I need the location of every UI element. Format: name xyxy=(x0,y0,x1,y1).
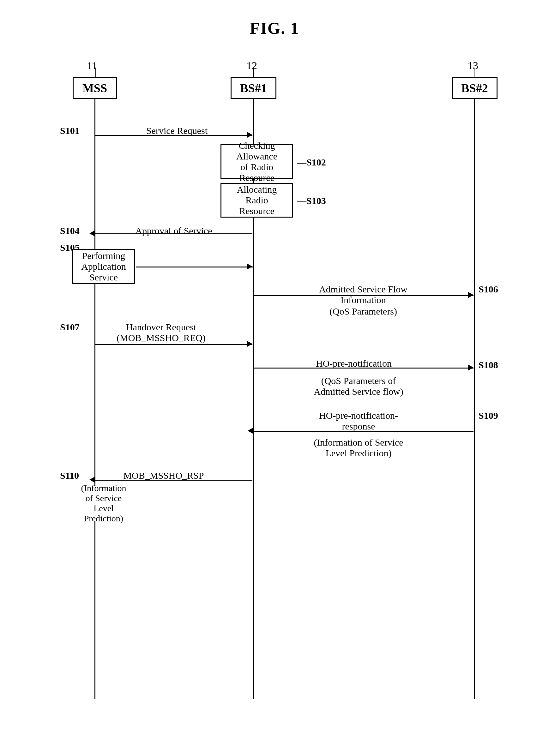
step-s109: S109 xyxy=(479,410,498,421)
msg-mob-mssho-rsp: MOB_MSSHO_RSP xyxy=(104,470,224,481)
entity-ref-12: 12 xyxy=(246,60,257,72)
msg-approval: Approval of Service xyxy=(114,225,234,236)
entity-bs2: BS#2 xyxy=(452,77,498,99)
step-s110: S110 xyxy=(60,470,79,481)
tick-12 xyxy=(253,68,254,77)
msg-service-request: Service Request xyxy=(117,125,237,136)
arrow-head-ho-pre-notif-rsp xyxy=(248,428,253,434)
arrow-head-handover-req xyxy=(247,341,252,347)
process-allocating-radio: Allocating Radio Resource xyxy=(220,183,293,218)
process-checking-allowance: Checking Allowance of Radio Resource xyxy=(220,144,293,179)
step-s107: S107 xyxy=(60,322,80,333)
msg-qos-params: (QoS Parameters) xyxy=(297,306,430,317)
arrow-head-ho-pre-notif xyxy=(468,364,474,371)
sequence-diagram: 11 12 13 MSS BS#1 BS#2 S101 xyxy=(25,57,524,720)
arrow-performing-app xyxy=(136,267,253,267)
step-s104: S104 xyxy=(60,225,80,236)
arrow-head-mob-mssho-rsp xyxy=(89,477,95,483)
msg-ho-pre-notif: HO-pre-notification xyxy=(287,358,420,369)
entity-bs1: BS#1 xyxy=(231,77,276,99)
msg-handover-req: Handover Request (MOB_MSSHO_REQ) xyxy=(101,322,221,343)
process-info-service-level: (Information of Service Level Prediction… xyxy=(72,486,135,521)
step-s103: —S103 xyxy=(297,195,326,206)
arrow-head-service-request xyxy=(247,132,252,138)
step-s102: —S102 xyxy=(297,157,326,168)
arrow-head-admitted-flow xyxy=(468,292,474,298)
process-performing-app: Performing Application Service xyxy=(72,249,135,284)
figure-title: FIG. 1 xyxy=(25,19,524,38)
tick-11 xyxy=(95,68,96,77)
step-s106: S106 xyxy=(479,284,498,295)
page: FIG. 1 11 12 13 MSS BS#1 BS#2 xyxy=(0,0,549,756)
arrow-head-performing-app xyxy=(247,263,252,270)
vline-bs2 xyxy=(474,99,475,699)
msg-admitted-flow: Admitted Service Flow Information xyxy=(272,284,455,305)
msg-qos-admitted-flow: (QoS Parameters of Admitted Service flow… xyxy=(275,375,442,397)
step-s101: S101 xyxy=(60,125,80,136)
msg-service-level-pred: (Information of Service Level Prediction… xyxy=(275,437,442,459)
arrow-handover-req xyxy=(95,344,252,345)
arrow-head-approval xyxy=(89,230,95,237)
msg-ho-pre-notif-rsp: HO-pre-notification- response xyxy=(275,410,442,432)
entity-mss: MSS xyxy=(73,77,117,99)
step-s108: S108 xyxy=(479,360,498,370)
entity-ref-13: 13 xyxy=(468,60,478,72)
vline-mss xyxy=(94,99,95,699)
tick-13 xyxy=(474,68,474,77)
